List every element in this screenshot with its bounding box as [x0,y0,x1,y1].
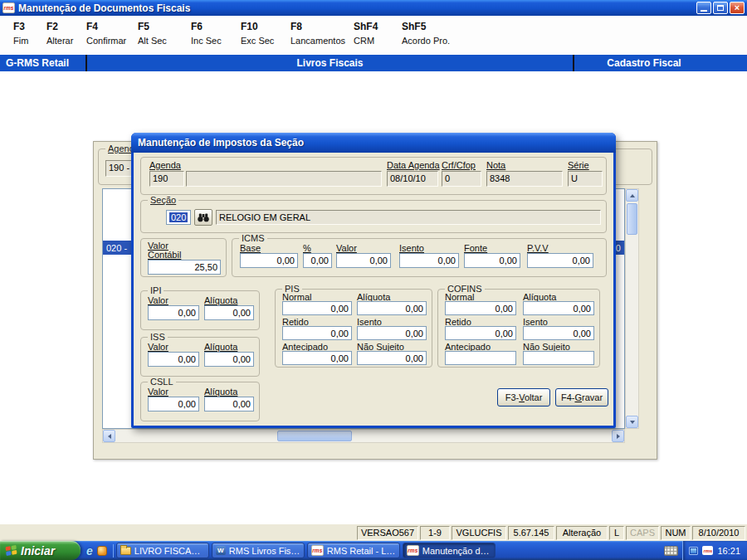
icms-isento-field[interactable]: 0,00 [399,253,459,268]
icms-groupbox: ICMS Base 0,00 % 0,00 Valor 0,00 Isento … [232,238,607,277]
ipi-aliquota-field[interactable]: 0,00 [204,305,254,320]
cofins-retido-field[interactable]: 0,00 [445,326,516,340]
icms-valor-label: Valor [336,243,357,253]
taskbar-task-rms-retail[interactable]: rms RMS Retail - Livros Fi... [307,543,400,558]
f4-gravar-button[interactable]: F4-Gravar [555,388,608,407]
secao-code-field[interactable]: 020 [166,210,191,225]
icms-pvv-field[interactable]: 0,00 [527,253,593,268]
fn-f8-lancamentos[interactable]: F8Lancamentos [290,21,354,53]
status-mode: Alteração [556,526,608,540]
crf-cfop-field: 0 [442,171,481,187]
word-icon: W [216,546,226,555]
windows-flag-icon [6,545,17,556]
valor-contabil-field[interactable]: 25,50 [148,260,221,275]
cofins-antecipado-field[interactable] [445,351,516,365]
vertical-scroll-thumb[interactable] [627,203,637,235]
secao-description-field: RELOGIO EM GERAL [216,210,601,225]
fn-shf5-acordo[interactable]: ShF5Acordo Pro. [402,21,465,53]
display-tray-icon[interactable] [689,547,698,555]
fn-f3-fim[interactable]: F3Fim [13,21,46,53]
icms-fonte-field[interactable]: 0,00 [464,253,520,268]
vertical-scrollbar[interactable] [625,188,639,429]
arrow-right-icon [617,434,620,439]
scroll-left-button[interactable] [103,430,115,442]
arrow-down-icon [630,421,635,424]
minimize-button[interactable] [696,2,711,14]
icms-percent-field[interactable]: 0,00 [303,253,332,268]
fn-f5-alt-sec[interactable]: F5Alt Sec [138,21,191,53]
f3-voltar-button[interactable]: F3-Voltar [497,388,550,407]
function-key-toolbar: F3Fim F2Alterar F4Confirmar F5Alt Sec F6… [0,16,747,53]
secao-search-button[interactable] [194,209,212,226]
system-tray: rms 16:21 [682,541,747,560]
pis-aliquota-field[interactable]: 0,00 [357,301,427,315]
clock: 16:21 [717,546,740,556]
taskbar-task-manutencao[interactable]: rms Manutenção de Docu... [403,543,496,558]
agenda-code-field: 190 [149,171,184,187]
icms-base-field[interactable]: 0,00 [240,253,298,268]
iss-aliquota-field[interactable]: 0,00 [204,352,254,367]
fn-f10-exc-sec[interactable]: F10Exc Sec [241,21,290,53]
iss-valor-field[interactable]: 0,00 [148,352,199,367]
keyboard-icon[interactable] [664,546,678,556]
csll-valor-field[interactable]: 0,00 [148,397,199,411]
pis-normal-field[interactable]: 0,00 [282,301,352,315]
ipi-valor-field[interactable]: 0,00 [148,305,199,320]
icms-fonte-label: Fonte [464,243,487,253]
icms-valor-field[interactable]: 0,00 [336,253,391,268]
iss-group-title: ISS [148,332,168,342]
fn-f6-inc-sec[interactable]: F6Inc Sec [191,21,241,53]
app-shortcut-icon[interactable] [97,546,107,556]
pis-nao-sujeito-field[interactable]: 0,00 [357,351,427,365]
taskbar-task-rms-livros-word[interactable]: W RMS Livros Fiscais 20... [212,543,305,558]
iss-valor-label: Valor [148,342,168,352]
close-button[interactable]: × [730,2,745,14]
pis-antecipado-field[interactable]: 0,00 [282,351,352,365]
cofins-aliquota-field[interactable]: 0,00 [523,301,594,315]
scroll-down-button[interactable] [626,416,638,428]
fn-f2-alterar[interactable]: F2Alterar [46,21,86,53]
restore-button[interactable] [713,2,728,14]
internet-explorer-icon[interactable]: e [86,545,93,557]
cofins-nao-sujeito-field[interactable] [523,351,594,365]
rms-icon: rms [407,545,419,556]
icms-percent-label: % [303,243,311,253]
impostos-dialog: Manutenção de Impostos da Seção Agenda 1… [131,133,616,428]
folder-icon [120,547,131,555]
cofins-normal-field[interactable]: 0,00 [445,301,516,315]
status-program: VGLUCFIS [452,526,506,540]
window-titlebar: rms Manutenção de Documentos Fiscais × [0,0,747,16]
status-num: NUM [661,526,691,540]
nota-label: Nota [486,160,505,170]
status-caps: CAPS [626,526,659,540]
status-bar: VERSAO567 1-9 VGLUCFIS 5.67.145 Alteraçã… [0,523,747,541]
status-range: 1-9 [420,526,450,540]
tray-group: rms 16:21 [664,541,747,560]
scroll-right-button[interactable] [612,430,624,442]
iss-aliquota-label: Alíquota [204,342,237,352]
rms-icon: rms [311,545,324,556]
valor-contabil-label-2: Contábil [148,250,181,260]
fn-f4-confirmar[interactable]: F4Confirmar [86,21,138,53]
cofins-groupbox: COFINS Normal 0,00 Alíquota 0,00 Retido … [437,289,600,368]
pis-groupbox: PIS Normal 0,00 Alíquota 0,00 Retido 0,0… [275,289,432,368]
scroll-up-button[interactable] [626,189,638,202]
horizontal-scroll-thumb[interactable] [277,431,352,441]
csll-aliquota-field[interactable]: 0,00 [204,397,254,411]
horizontal-scrollbar[interactable] [102,429,625,443]
pis-retido-field[interactable]: 0,00 [282,326,352,340]
cofins-isento-field[interactable]: 0,00 [523,326,594,340]
pis-isento-field[interactable]: 0,00 [357,326,427,340]
valor-contabil-groupbox: Valor Contábil 25,50 [140,238,227,277]
data-agenda-field: 08/10/10 [387,171,438,187]
binoculars-icon [198,213,209,222]
taskbar-task-livro-fiscal[interactable]: LIVRO FISCAL_2010 [116,543,209,558]
data-agenda-label: Data Agenda [387,160,440,170]
iss-groupbox: ISS Valor 0,00 Alíquota 0,00 [140,337,260,377]
dialog-titlebar[interactable]: Manutenção de Impostos da Seção [131,133,616,153]
restore-icon [717,5,724,11]
fn-shf4-crm[interactable]: ShF4CRM [354,21,402,53]
rms-tray-icon[interactable]: rms [702,546,713,555]
serie-field: U [568,171,603,187]
start-button[interactable]: Iniciar [0,541,81,560]
